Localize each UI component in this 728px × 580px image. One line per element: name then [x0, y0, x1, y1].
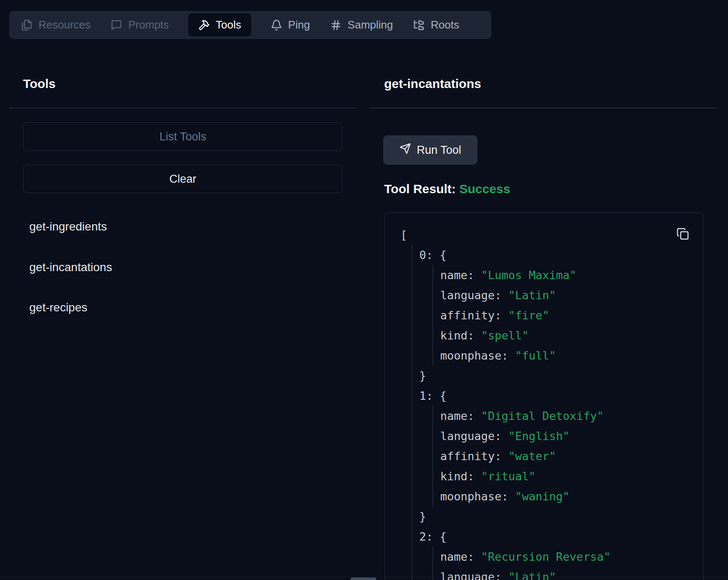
copy-icon [676, 228, 689, 240]
send-icon [400, 143, 411, 154]
tool-result-line: Tool Result: Success [384, 182, 510, 196]
list-tools-button[interactable]: List Tools [23, 122, 343, 151]
json-row: language: "English" [385, 426, 570, 446]
json-row: kind: "ritual" [385, 466, 536, 487]
left-panel-divider [9, 108, 356, 108]
tab-label: Ping [288, 18, 310, 31]
send-icon [400, 143, 411, 157]
json-row: 2: { [385, 527, 447, 547]
run-tool-label: Run Tool [417, 144, 461, 157]
tab-bar: ResourcesPromptsToolsPingSamplingRoots [9, 11, 491, 39]
tab-label: Prompts [128, 18, 169, 31]
tab-sampling[interactable]: Sampling [329, 13, 394, 36]
tool-result-status: Success [459, 182, 510, 196]
hash-icon [330, 19, 342, 31]
json-row: name: "Digital Detoxify" [385, 406, 604, 426]
files-icon [21, 19, 33, 31]
run-tool-button[interactable]: Run Tool [383, 135, 478, 165]
tool-result-json-viewer: [0: {name: "Lumos Maxima"language: "Lati… [385, 212, 704, 580]
json-row: name: "Lumos Maxima" [385, 265, 576, 285]
tab-label: Roots [431, 18, 459, 31]
tab-tools[interactable]: Tools [188, 13, 251, 36]
horizontal-scrollbar-track [0, 577, 728, 580]
clear-button[interactable]: Clear [23, 165, 343, 193]
tab-roots[interactable]: Roots [412, 13, 460, 36]
tab-label: Resources [39, 18, 90, 31]
tools-panel-title: Tools [23, 77, 56, 91]
tab-resources[interactable]: Resources [20, 13, 91, 36]
message-icon [111, 19, 122, 31]
bell-icon [271, 19, 282, 31]
tool-list-item-get-recipes[interactable]: get-recipes [29, 301, 88, 314]
json-row: } [385, 507, 426, 527]
selected-tool-title: get-incantations [384, 77, 481, 91]
horizontal-scrollbar-thumb[interactable] [351, 577, 376, 580]
json-row: language: "Latin" [385, 285, 556, 306]
tab-label: Tools [216, 18, 241, 31]
json-row: } [385, 366, 426, 386]
copy-json-button[interactable] [676, 227, 690, 241]
tab-label: Sampling [348, 18, 393, 31]
json-row: 0: { [385, 245, 447, 265]
json-row: name: "Recursion Reversa" [385, 547, 610, 567]
json-row: moonphase: "waning" [385, 487, 570, 507]
tool-list-item-get-ingredients[interactable]: get-ingredients [29, 220, 107, 233]
tab-ping[interactable]: Ping [270, 13, 311, 36]
json-row: affinity: "water" [385, 446, 556, 466]
json-row: affinity: "fire" [385, 306, 549, 326]
tool-list-item-get-incantations[interactable]: get-incantations [29, 261, 112, 274]
hammer-icon [198, 19, 210, 31]
tab-prompts[interactable]: Prompts [110, 13, 170, 36]
json-row: [ [385, 225, 407, 245]
tool-result-label: Tool Result: [384, 182, 456, 196]
json-row: moonphase: "full" [385, 346, 556, 366]
json-row: kind: "spell" [385, 326, 529, 346]
folder-tree-icon [413, 19, 425, 31]
json-row: 1: { [385, 386, 447, 406]
right-panel-divider [370, 108, 717, 108]
